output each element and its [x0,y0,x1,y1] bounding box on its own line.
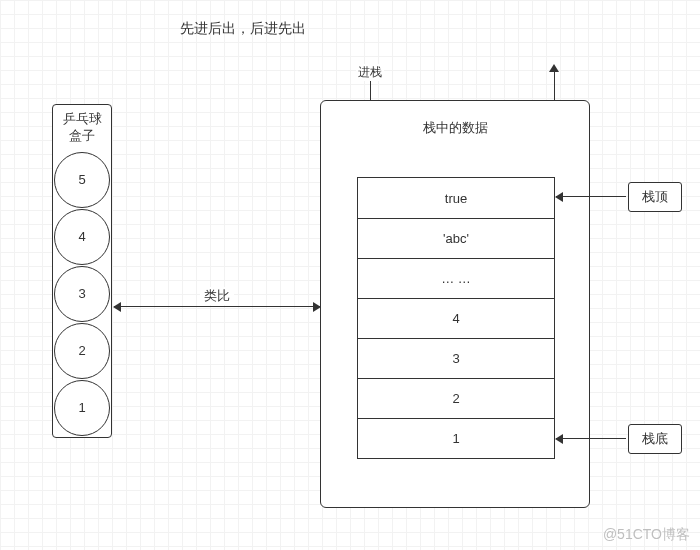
bottom-pointer-arrow [556,438,626,439]
ball: 1 [54,380,110,436]
ball: 5 [54,152,110,208]
stack-title: 栈中的数据 [321,119,589,137]
stack-container: 栈中的数据 true 'abc' … … 4 3 2 1 [320,100,590,508]
top-pointer-arrow [556,196,626,197]
stack-cells: true 'abc' … … 4 3 2 1 [357,177,555,459]
diagram-title: 先进后出，后进先出 [180,20,306,38]
pingpong-box: 乒乓球盒子 5 4 3 2 1 [52,104,112,438]
analogy-label: 类比 [200,287,234,305]
pingpong-label: 乒乓球盒子 [53,105,111,151]
stack-cell: 2 [358,378,554,418]
analogy-arrow: 类比 [114,296,320,316]
bottom-label: 栈底 [628,424,682,454]
stack-cell: 'abc' [358,218,554,258]
stack-cell: 1 [358,418,554,458]
top-label: 栈顶 [628,182,682,212]
stack-cell: … … [358,258,554,298]
stack-cell: 4 [358,298,554,338]
watermark: @51CTO博客 [603,526,690,544]
stack-cell: true [358,178,554,218]
stack-cell: 3 [358,338,554,378]
ball: 4 [54,209,110,265]
ball: 2 [54,323,110,379]
push-label: 进栈 [356,64,384,81]
ball: 3 [54,266,110,322]
